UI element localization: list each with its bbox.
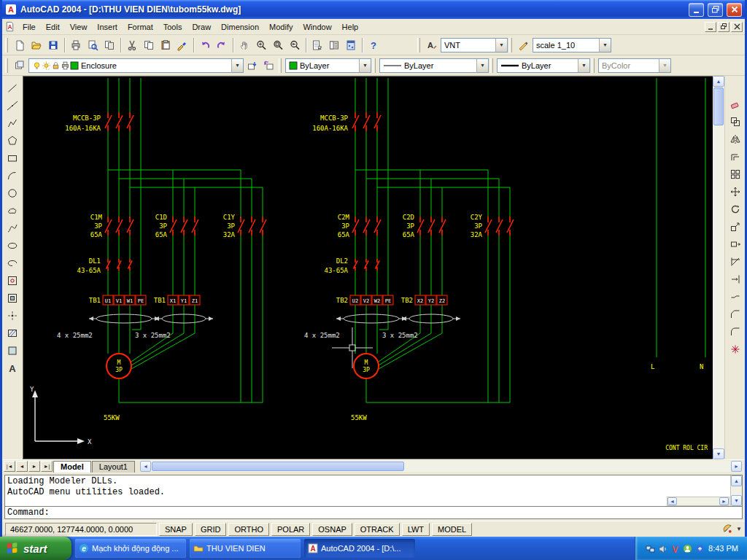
spline-button[interactable]	[4, 220, 20, 236]
scroll-up-button[interactable]: ▲	[713, 76, 724, 87]
make-object-layer-current-button[interactable]	[244, 58, 260, 74]
scale-style-button[interactable]	[516, 37, 532, 53]
toggle-osnap[interactable]: OSNAP	[312, 523, 352, 536]
toolbar-grip[interactable]	[279, 58, 282, 73]
canvas-scroll-left-button[interactable]: ◄	[140, 461, 151, 472]
volume-tray-icon[interactable]	[658, 544, 667, 553]
messenger-tray-icon[interactable]	[683, 544, 692, 553]
linetype-dropdown-button[interactable]: ▼	[476, 59, 488, 72]
toolbar-grip[interactable]	[373, 58, 376, 73]
menu-format[interactable]: Format	[123, 20, 158, 34]
revision-cloud-button[interactable]	[4, 203, 20, 219]
start-button[interactable]: start	[0, 537, 71, 560]
toggle-polar[interactable]: POLAR	[271, 523, 310, 536]
toggle-lwt[interactable]: LWT	[402, 523, 430, 536]
text-style-dropdown-button[interactable]: ▼	[495, 39, 507, 52]
copy-button[interactable]	[141, 37, 157, 53]
layer-previous-button[interactable]	[261, 58, 277, 74]
toolbar-grip[interactable]	[5, 38, 8, 52]
communication-center-button[interactable]	[722, 524, 733, 534]
arc-button[interactable]	[4, 168, 20, 184]
open-button[interactable]	[28, 37, 44, 53]
point-button[interactable]	[4, 308, 20, 324]
line-button[interactable]	[4, 80, 20, 96]
zoom-realtime-button[interactable]	[253, 37, 269, 53]
ellipse-arc-button[interactable]	[4, 255, 20, 271]
plot-preview-button[interactable]	[85, 37, 101, 53]
canvas-horizontal-scrollbar[interactable]: ◄►	[140, 461, 742, 472]
zoom-window-button[interactable]	[270, 37, 286, 53]
network-tray-icon[interactable]	[646, 544, 655, 553]
command-vertical-scrollbar[interactable]: ▲ ▼	[730, 475, 742, 506]
zoom-previous-button[interactable]	[287, 37, 303, 53]
command-scroll-right-button[interactable]: ►	[719, 497, 729, 505]
cut-button[interactable]	[124, 37, 140, 53]
color-combo[interactable]: ByLayer▼	[285, 58, 371, 73]
minimize-button[interactable]	[689, 3, 704, 17]
hatch-button[interactable]	[4, 325, 20, 341]
move-button[interactable]	[727, 184, 743, 200]
toggle-grid[interactable]: GRID	[195, 523, 227, 536]
publish-button[interactable]	[101, 37, 117, 53]
construction-line-button[interactable]	[4, 98, 20, 114]
command-history[interactable]: Loading Modeler DLLs. AutoCAD menu utili…	[4, 475, 743, 506]
fillet-button[interactable]	[727, 324, 743, 340]
vertical-scroll-thumb[interactable]	[713, 88, 724, 125]
menu-tools[interactable]: Tools	[158, 20, 187, 34]
restore-button[interactable]	[708, 3, 723, 17]
toggle-ortho[interactable]: ORTHO	[228, 523, 269, 536]
polyline-button[interactable]	[4, 115, 20, 131]
insert-block-button[interactable]	[4, 273, 20, 289]
scale-style-dropdown-button[interactable]: ▼	[599, 39, 611, 52]
menu-window[interactable]: Window	[298, 20, 336, 34]
properties-button[interactable]	[309, 37, 325, 53]
layer-combo[interactable]: Enclosure▼	[28, 58, 244, 73]
tab-layout1[interactable]: Layout1	[92, 461, 135, 472]
taskbar-task-3[interactable]: AAutoCAD 2004 - [D:\...	[304, 539, 415, 558]
doc-close-button[interactable]	[731, 22, 743, 32]
polygon-button[interactable]	[4, 133, 20, 149]
toolbar-grip[interactable]	[509, 38, 512, 52]
tab-nav-prev-button[interactable]: ◄	[16, 461, 28, 472]
doc-restore-button[interactable]	[718, 22, 729, 32]
menu-dimension[interactable]: Dimension	[216, 20, 264, 34]
scale-style-combo[interactable]: scale 1_10▼	[533, 38, 611, 52]
help-button[interactable]: ?	[365, 37, 382, 53]
layers-button[interactable]	[12, 58, 28, 74]
layer-dropdown-button[interactable]: ▼	[231, 59, 243, 72]
status-menu-button[interactable]: ▼	[736, 526, 742, 532]
tab-nav-next-button[interactable]: ►	[28, 461, 40, 472]
command-horizontal-scrollbar[interactable]: ◄ ►	[667, 497, 729, 506]
command-scroll-up-button[interactable]: ▲	[731, 475, 742, 486]
multiline-text-button[interactable]: A	[4, 360, 20, 376]
save-button[interactable]	[45, 37, 61, 53]
array-button[interactable]	[727, 166, 743, 182]
antivirus-tray-icon[interactable]: V	[670, 544, 680, 553]
taskbar-task-1[interactable]: eMạch khởi động động ...	[75, 539, 186, 558]
tab-nav-first-button[interactable]: |◄	[4, 461, 15, 472]
circle-button[interactable]	[4, 185, 20, 201]
lineweight-dropdown-button[interactable]: ▼	[578, 59, 589, 72]
offset-button[interactable]	[727, 149, 743, 165]
tab-model[interactable]: Model	[53, 461, 91, 472]
toggle-model[interactable]: MODEL	[432, 523, 472, 536]
menu-edit[interactable]: Edit	[41, 20, 65, 34]
make-block-button[interactable]	[4, 290, 20, 306]
toggle-otrack[interactable]: OTRACK	[355, 523, 400, 536]
extend-button[interactable]	[727, 271, 743, 287]
mirror-button[interactable]	[727, 131, 743, 147]
menu-draw[interactable]: Draw	[187, 20, 216, 34]
toolbar-grip[interactable]	[592, 58, 595, 73]
rotate-button[interactable]	[727, 201, 743, 217]
command-scroll-down-button[interactable]: ▼	[731, 495, 742, 506]
menu-help[interactable]: Help	[337, 20, 364, 34]
toolbar-grip[interactable]	[417, 38, 420, 52]
plot-button[interactable]	[68, 37, 84, 53]
paste-button[interactable]	[158, 37, 174, 53]
taskbar-task-2[interactable]: THU VIEN DIEN	[190, 539, 301, 558]
erase-button[interactable]	[727, 96, 743, 112]
tab-nav-last-button[interactable]: ►|	[41, 461, 53, 472]
stretch-button[interactable]	[727, 236, 743, 252]
update-tray-icon[interactable]	[695, 544, 705, 553]
command-scroll-left-button[interactable]: ◄	[667, 497, 677, 505]
